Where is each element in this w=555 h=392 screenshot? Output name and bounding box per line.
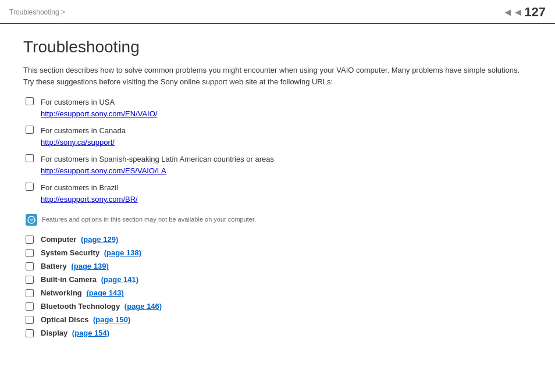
customer-label: For customers in Canada: [41, 125, 126, 137]
customer-link[interactable]: http://esupport.sony.com/BR/: [41, 194, 138, 205]
toc-label: Optical Discs (page 150): [41, 315, 130, 324]
customer-link[interactable]: http://esupport.sony.com/ES/VAIO/LA: [41, 165, 274, 177]
toc-label: Networking (page 143): [41, 288, 124, 297]
customer-link[interactable]: http://esupport.sony.com/EN/VAIO/: [41, 108, 157, 120]
toc-item: Built-in Camera (page 141): [23, 275, 532, 284]
checkbox-icon: [26, 302, 34, 311]
page-number: 127: [524, 5, 546, 20]
header-bar: Troubleshooting > ◄◄ 127: [0, 0, 555, 24]
arrow-icon: ◄◄: [503, 6, 524, 19]
toc-item: System Security (page 138): [23, 248, 532, 257]
checkbox-icon: [26, 262, 34, 270]
customer-list: For customers in USAhttp://esupport.sony…: [23, 97, 532, 205]
toc-item: Display (page 154): [23, 329, 532, 337]
main-content: Troubleshooting This section describes h…: [0, 24, 555, 354]
toc-item: Battery (page 139): [23, 262, 532, 270]
note-text: Features and options in this section may…: [42, 214, 256, 224]
toc-label: Bluetooth Technology (page 146): [41, 302, 162, 311]
toc-link[interactable]: (page 139): [71, 262, 108, 270]
customer-label: For customers in USA: [41, 97, 157, 108]
toc-link[interactable]: (page 154): [72, 329, 109, 337]
customer-label: For customers in Brazil: [41, 182, 138, 194]
toc-item: Optical Discs (page 150): [23, 315, 532, 324]
toc-link[interactable]: (page 129): [81, 235, 118, 244]
list-item: For customers in USAhttp://esupport.sony…: [23, 97, 532, 119]
toc-link[interactable]: (page 141): [101, 275, 138, 284]
toc-label: Computer (page 129): [41, 235, 118, 244]
note-icon: ?: [26, 214, 37, 226]
list-item: For customers in Brazilhttp://esupport.s…: [23, 182, 532, 205]
list-item: For customers in Canadahttp://sony.ca/su…: [23, 125, 532, 148]
toc-link[interactable]: (page 146): [124, 302, 162, 311]
toc-label: Built-in Camera (page 141): [41, 275, 138, 284]
checkbox-icon: [26, 236, 34, 244]
toc-item: Bluetooth Technology (page 146): [23, 302, 532, 311]
list-item: For customers in Spanish-speaking Latin …: [23, 154, 532, 176]
breadcrumb: Troubleshooting >: [9, 8, 65, 16]
checkbox-icon: [26, 289, 34, 297]
customer-label: For customers in Spanish-speaking Latin …: [41, 154, 274, 165]
svg-text:?: ?: [30, 218, 33, 223]
checkbox-icon: [26, 126, 34, 134]
toc-label: Display (page 154): [41, 329, 109, 337]
checkbox-icon: [26, 276, 34, 284]
intro-text: This section describes how to solve comm…: [23, 65, 532, 87]
toc-item: Networking (page 143): [23, 288, 532, 297]
customer-link[interactable]: http://sony.ca/support/: [41, 137, 126, 148]
checkbox-icon: [26, 97, 34, 105]
toc-link[interactable]: (page 138): [104, 248, 141, 257]
checkbox-icon: [26, 329, 34, 337]
toc-link[interactable]: (page 143): [86, 288, 123, 297]
checkbox-icon: [26, 154, 34, 162]
toc-link[interactable]: (page 150): [93, 315, 130, 324]
checkbox-icon: [26, 249, 34, 257]
toc-list: Computer (page 129)System Security (page…: [23, 235, 532, 337]
toc-item: Computer (page 129): [23, 235, 532, 244]
page-title: Troubleshooting: [23, 38, 532, 56]
note-container: ? Features and options in this section m…: [23, 214, 532, 226]
toc-label: Battery (page 139): [41, 262, 109, 270]
toc-label: System Security (page 138): [41, 248, 141, 257]
page-number-container: ◄◄ 127: [503, 5, 546, 20]
checkbox-icon: [26, 316, 34, 324]
checkbox-icon: [26, 183, 34, 191]
